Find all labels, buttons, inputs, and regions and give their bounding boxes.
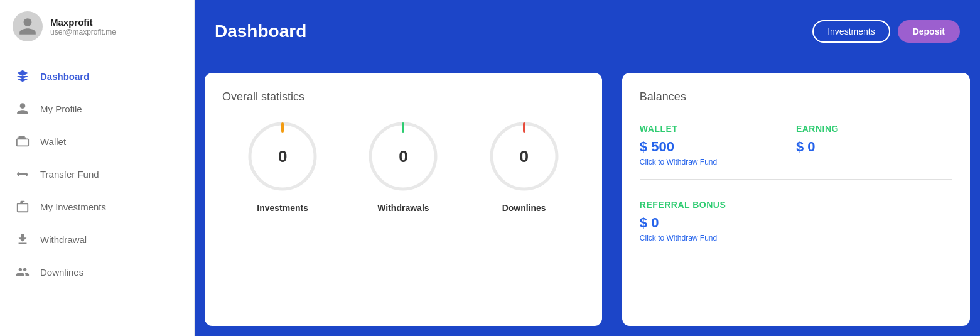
referral-amount: $ 0 xyxy=(640,215,796,231)
header-actions: Investments Deposit xyxy=(812,20,960,43)
content-area: Overall statistics 0 Investments xyxy=(195,63,980,336)
layers-icon xyxy=(15,68,30,84)
profile-icon xyxy=(15,101,30,116)
stat-investments: 0 Investments xyxy=(245,119,320,213)
sidebar-item-my-profile[interactable]: My Profile xyxy=(0,92,194,125)
statistics-card: Overall statistics 0 Investments xyxy=(205,73,602,326)
sidebar-label-dashboard: Dashboard xyxy=(40,71,89,82)
earning-balance: EARNING $ 0 xyxy=(796,119,952,180)
balances-card: Balances WALLET $ 500 Click to Withdraw … xyxy=(622,73,970,326)
sidebar: Maxprofit user@maxprofit.me Dashboard My… xyxy=(0,0,195,336)
stat-withdrawals: 0 Withdrawals xyxy=(365,119,441,213)
user-info: Maxprofit user@maxprofit.me xyxy=(50,17,116,36)
sidebar-label-downlines: Downlines xyxy=(40,267,83,278)
page-header: Dashboard Investments Deposit xyxy=(195,0,980,63)
transfer-icon xyxy=(15,166,30,182)
statistics-title: Overall statistics xyxy=(222,90,584,104)
sidebar-label-withdrawal: Withdrawal xyxy=(40,234,87,245)
sidebar-item-withdrawal[interactable]: Withdrawal xyxy=(0,223,194,256)
referral-label: REFERRAL BONUS xyxy=(640,200,796,210)
investments-icon xyxy=(15,199,30,214)
user-profile-header: Maxprofit user@maxprofit.me xyxy=(0,0,194,53)
sidebar-label-transfer-fund: Transfer Fund xyxy=(40,169,99,180)
investments-circle: 0 xyxy=(245,119,320,194)
user-name: Maxprofit xyxy=(50,17,116,28)
downlines-value: 0 xyxy=(519,147,528,166)
wallet-action[interactable]: Click to Withdraw Fund xyxy=(640,158,796,166)
sidebar-navigation: Dashboard My Profile Wallet Transfer Fun… xyxy=(0,53,194,336)
wallet-icon xyxy=(15,134,30,149)
sidebar-item-dashboard[interactable]: Dashboard xyxy=(0,60,194,92)
withdrawals-circle: 0 xyxy=(365,119,441,194)
downlines-circle: 0 xyxy=(487,119,562,194)
wallet-label: WALLET xyxy=(640,124,796,134)
sidebar-item-my-investments[interactable]: My Investments xyxy=(0,190,194,223)
downlines-label: Downlines xyxy=(502,203,546,213)
wallet-balance: WALLET $ 500 Click to Withdraw Fund xyxy=(640,119,796,180)
investments-value: 0 xyxy=(278,147,287,166)
avatar xyxy=(13,11,43,41)
sidebar-label-wallet: Wallet xyxy=(40,136,66,147)
downlines-icon xyxy=(15,264,30,279)
stat-downlines: 0 Downlines xyxy=(487,119,562,213)
earning-amount: $ 0 xyxy=(796,139,952,155)
withdrawals-value: 0 xyxy=(399,147,407,166)
sidebar-label-my-investments: My Investments xyxy=(40,202,106,212)
earning-label: EARNING xyxy=(796,124,952,134)
withdrawals-label: Withdrawals xyxy=(377,203,429,213)
deposit-button[interactable]: Deposit xyxy=(898,20,960,43)
sidebar-item-wallet[interactable]: Wallet xyxy=(0,125,194,158)
stats-circles: 0 Investments 0 Withdrawals xyxy=(222,119,584,213)
page-title: Dashboard xyxy=(215,21,306,41)
referral-action[interactable]: Click to Withdraw Fund xyxy=(640,234,796,242)
main-content: Dashboard Investments Deposit Overall st… xyxy=(195,0,980,336)
user-email: user@maxprofit.me xyxy=(50,28,116,36)
sidebar-item-transfer-fund[interactable]: Transfer Fund xyxy=(0,158,194,190)
withdrawal-icon xyxy=(15,232,30,247)
wallet-amount: $ 500 xyxy=(640,139,796,155)
referral-balance: REFERRAL BONUS $ 0 Click to Withdraw Fun… xyxy=(640,195,796,255)
investments-button[interactable]: Investments xyxy=(812,20,890,43)
sidebar-item-downlines[interactable]: Downlines xyxy=(0,256,194,288)
balances-title: Balances xyxy=(640,90,952,104)
sidebar-label-my-profile: My Profile xyxy=(40,104,82,114)
investments-label: Investments xyxy=(257,203,308,213)
balance-grid: WALLET $ 500 Click to Withdraw Fund EARN… xyxy=(640,119,952,255)
